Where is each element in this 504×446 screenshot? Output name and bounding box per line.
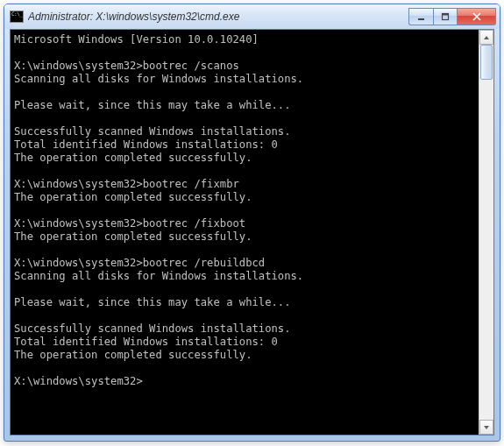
cmd-icon — [10, 11, 24, 23]
minimize-button[interactable] — [408, 8, 433, 25]
scroll-down-button[interactable] — [479, 420, 493, 435]
svg-rect-2 — [443, 14, 449, 16]
svg-rect-0 — [418, 18, 424, 20]
maximize-button[interactable] — [433, 8, 458, 25]
scroll-track[interactable] — [479, 45, 493, 420]
close-button[interactable] — [458, 8, 496, 25]
titlebar[interactable]: Administrator: X:\windows\system32\cmd.e… — [4, 4, 500, 29]
window-title: Administrator: X:\windows\system32\cmd.e… — [28, 11, 408, 23]
vertical-scrollbar[interactable] — [479, 30, 493, 435]
scroll-up-button[interactable] — [479, 30, 493, 45]
scroll-thumb[interactable] — [480, 45, 493, 80]
terminal-output[interactable]: Microsoft Windows [Version 10.0.10240] X… — [11, 30, 479, 435]
client-area: Microsoft Windows [Version 10.0.10240] X… — [10, 29, 494, 435]
cmd-window: Administrator: X:\windows\system32\cmd.e… — [4, 4, 500, 442]
window-controls — [408, 8, 496, 25]
